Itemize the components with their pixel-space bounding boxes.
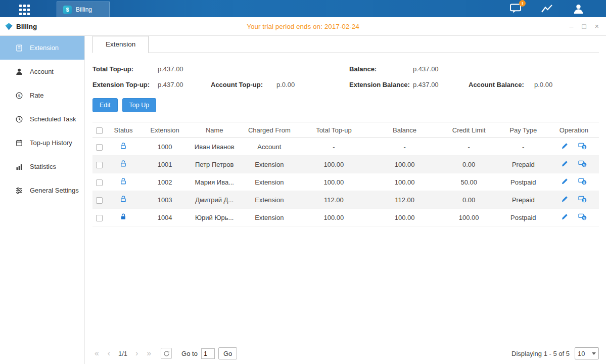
tab-strip: Extension bbox=[92, 36, 599, 53]
col-name: Name bbox=[189, 122, 240, 138]
cell-balance: 112.00 bbox=[369, 191, 440, 209]
trial-notice: Your trial period ends on: 2017-02-24 bbox=[0, 23, 606, 30]
table-row[interactable]: 1001 Петр Петров Extension 100.00 100.00… bbox=[92, 156, 599, 173]
top-up-button[interactable]: Top Up bbox=[122, 98, 157, 112]
displaying-text: Displaying 1 - 5 of 5 bbox=[511, 350, 570, 357]
user-account-icon[interactable] bbox=[572, 3, 585, 14]
unlocked-icon bbox=[120, 195, 127, 204]
sidebar-item-label: General Settings bbox=[30, 187, 79, 194]
sidebar-item-label: Rate bbox=[30, 92, 43, 99]
topup-icon[interactable]: $ bbox=[578, 177, 587, 187]
col-credit-limit: Credit Limit bbox=[440, 122, 498, 138]
top-bar: $ Billing ! bbox=[0, 0, 606, 17]
edit-icon[interactable] bbox=[561, 177, 569, 187]
col-operation: Operation bbox=[549, 122, 599, 138]
billing-app-tab[interactable]: $ Billing bbox=[57, 2, 110, 17]
account-balance-label: Account Balance: bbox=[469, 81, 534, 88]
sidebar-item-general-settings[interactable]: General Settings bbox=[0, 178, 84, 202]
pagination-bar: « ‹ 1/1 › » Go to Go Displaying 1 - 5 of… bbox=[92, 347, 599, 360]
chevron-down-icon bbox=[592, 352, 596, 355]
cell-total-topup: 100.00 bbox=[298, 173, 369, 191]
sidebar-item-label: Statistics bbox=[30, 163, 56, 170]
cell-extension: 1000 bbox=[141, 138, 189, 156]
topup-icon[interactable]: $ bbox=[578, 195, 587, 204]
clock-icon bbox=[15, 115, 23, 123]
table-row[interactable]: 1003 Дмитрий Д... Extension 112.00 112.0… bbox=[92, 191, 599, 209]
maximize-icon[interactable]: □ bbox=[582, 23, 586, 30]
cell-charged-from: Extension bbox=[240, 191, 298, 209]
cell-name: Мария Ива... bbox=[189, 173, 240, 191]
unlocked-icon bbox=[120, 142, 127, 151]
cell-pay-type: Prepaid bbox=[498, 156, 549, 173]
title-bar: Billing Your trial period ends on: 2017-… bbox=[0, 17, 606, 36]
sidebar-item-extension[interactable]: Extension bbox=[0, 36, 84, 60]
cell-total-topup: 100.00 bbox=[298, 209, 369, 226]
topup-icon[interactable]: $ bbox=[578, 213, 587, 222]
cell-charged-from: Extension bbox=[240, 209, 298, 226]
cell-name: Юрий Юрь... bbox=[189, 209, 240, 226]
balance-label: Balance: bbox=[349, 65, 413, 73]
cell-name: Иван Иванов bbox=[189, 138, 240, 156]
topup-icon[interactable]: $ bbox=[578, 142, 587, 151]
row-checkbox[interactable] bbox=[96, 179, 103, 186]
select-all-checkbox[interactable] bbox=[96, 127, 103, 134]
edit-icon[interactable] bbox=[561, 142, 569, 151]
apps-grid-icon[interactable] bbox=[19, 5, 30, 15]
bar-chart-icon bbox=[15, 163, 23, 171]
cell-pay-type: Prepaid bbox=[498, 191, 549, 209]
next-page-button[interactable]: › bbox=[132, 349, 141, 358]
col-total-topup: Total Top-up bbox=[298, 122, 369, 138]
close-icon[interactable]: × bbox=[595, 23, 599, 30]
sidebar-item-label: Top-up History bbox=[30, 139, 72, 147]
cell-balance: 100.00 bbox=[369, 156, 440, 173]
edit-icon[interactable] bbox=[561, 213, 569, 222]
goto-label: Go to bbox=[181, 350, 198, 357]
unlocked-icon bbox=[120, 177, 127, 187]
refresh-button[interactable] bbox=[161, 348, 172, 359]
minimize-icon[interactable]: – bbox=[570, 23, 574, 30]
edit-icon[interactable] bbox=[561, 160, 569, 169]
cell-total-topup: 100.00 bbox=[298, 156, 369, 173]
cell-credit-limit: 50.00 bbox=[440, 173, 498, 191]
sidebar: Extension Account $ Rate Scheduled Task … bbox=[0, 36, 85, 364]
cell-name: Петр Петров bbox=[189, 156, 240, 173]
table-row[interactable]: 1002 Мария Ива... Extension 100.00 100.0… bbox=[92, 173, 599, 191]
sidebar-item-topup-history[interactable]: Top-up History bbox=[0, 131, 84, 155]
goto-page-input[interactable] bbox=[201, 348, 215, 359]
sidebar-item-statistics[interactable]: Statistics bbox=[0, 155, 84, 178]
col-extension: Extension bbox=[141, 122, 189, 138]
cell-credit-limit: 0.00 bbox=[440, 191, 498, 209]
cell-charged-from: Extension bbox=[240, 173, 298, 191]
row-checkbox[interactable] bbox=[96, 215, 103, 221]
chat-icon[interactable]: ! bbox=[509, 3, 522, 14]
extension-topup-value: p.437.00 bbox=[158, 81, 211, 88]
table-row[interactable]: 1004 Юрий Юрь... Extension 100.00 100.00… bbox=[92, 209, 599, 226]
prev-page-button[interactable]: ‹ bbox=[105, 349, 113, 358]
sidebar-item-account[interactable]: Account bbox=[0, 60, 84, 83]
cell-name: Дмитрий Д... bbox=[189, 191, 240, 209]
cell-credit-limit: 100.00 bbox=[440, 209, 498, 226]
page-size-select[interactable]: 10 bbox=[575, 347, 599, 359]
row-checkbox[interactable] bbox=[96, 144, 103, 151]
sidebar-item-scheduled-task[interactable]: Scheduled Task bbox=[0, 107, 84, 131]
row-checkbox[interactable] bbox=[96, 197, 103, 204]
edit-button[interactable]: Edit bbox=[92, 98, 118, 112]
page-size-value: 10 bbox=[578, 350, 585, 357]
topup-icon[interactable]: $ bbox=[578, 160, 587, 169]
sidebar-item-rate[interactable]: $ Rate bbox=[0, 83, 84, 107]
statistics-chart-icon[interactable] bbox=[540, 3, 553, 14]
dollar-circle-icon: $ bbox=[15, 92, 23, 100]
table-header-row: Status Extension Name Charged From Total… bbox=[92, 122, 599, 138]
billing-logo-icon bbox=[5, 23, 13, 30]
extension-topup-label: Extension Top-up: bbox=[92, 81, 158, 88]
row-checkbox[interactable] bbox=[96, 162, 103, 168]
notification-badge: ! bbox=[519, 0, 526, 7]
edit-icon[interactable] bbox=[561, 195, 569, 204]
cell-pay-type: - bbox=[498, 138, 549, 156]
tab-extension[interactable]: Extension bbox=[92, 36, 149, 53]
go-button[interactable]: Go bbox=[218, 347, 237, 359]
first-page-button[interactable]: « bbox=[92, 349, 101, 358]
cell-total-topup: - bbox=[298, 138, 369, 156]
table-row[interactable]: 1000 Иван Иванов Account - - - - $ bbox=[92, 138, 599, 156]
last-page-button[interactable]: » bbox=[145, 349, 153, 358]
